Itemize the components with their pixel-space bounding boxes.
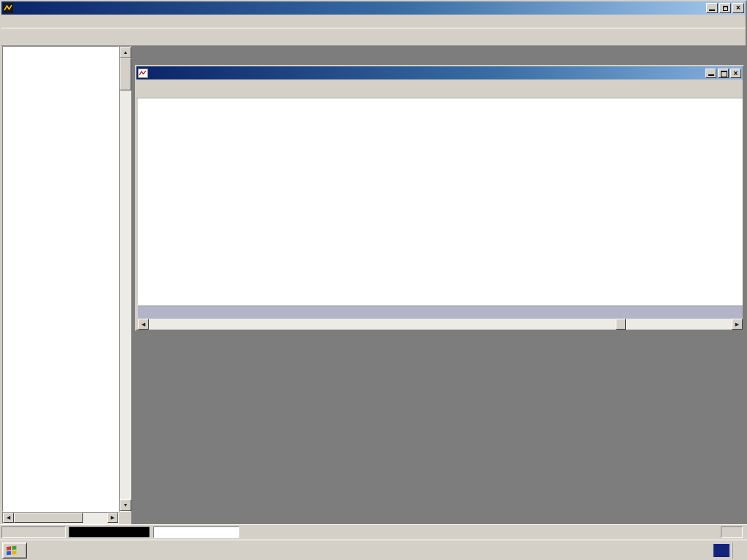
graph-toolbar [136,79,743,98]
language-indicator[interactable] [713,544,729,557]
graph-scroll-right-button[interactable]: ▶ [732,319,743,330]
graph-maximize-button[interactable] [718,69,729,78]
graph-scroll-left-button[interactable]: ◀ [138,319,149,330]
graph-plot-area[interactable] [138,98,743,306]
app-window: × ▲ ▼ ◀ ▶ [0,0,747,540]
graph-window-titlebar: × [136,66,743,79]
taskbar-right [713,542,745,559]
tree-horizontal-scrollbar[interactable]: ◀ ▶ [2,512,119,524]
scroll-right-button[interactable]: ▶ [107,513,118,523]
mdi-area: × ◀ ▶ [131,60,746,524]
desktop-tabs [131,46,746,60]
connection-status [1,526,66,538]
graph-window-icon [138,69,148,78]
minimize-button[interactable] [706,3,718,13]
scroll-left-button[interactable]: ◀ [3,513,14,523]
graph-hscroll-thumb[interactable] [616,319,626,330]
config-tree-panel: ▲ ▼ ◀ ▶ [1,46,131,524]
tree-vertical-scrollbar[interactable]: ▲ ▼ [119,46,131,512]
work-area: ▲ ▼ ◀ ▶ [1,46,746,524]
status-spare-cell [721,526,743,538]
taskbar [0,540,747,560]
start-button[interactable] [2,542,27,559]
right-pane: × ◀ ▶ [131,46,746,524]
windows-flag-icon [6,545,18,556]
scroll-down-button[interactable]: ▼ [120,499,131,511]
status-bar [0,524,747,540]
state-field [153,526,239,538]
tree-hscroll-thumb[interactable] [14,513,83,523]
graph-close-button[interactable]: × [730,69,741,78]
tree-vscroll-thumb[interactable] [120,58,131,90]
system-tray [732,542,742,559]
config-tree [2,46,119,512]
close-button[interactable]: × [732,3,744,13]
time-axis [138,306,743,319]
scroll-up-button[interactable]: ▲ [120,47,131,58]
menu-bar [1,15,746,28]
title-bar: × [1,1,746,15]
app-icon [3,3,13,13]
is-field [69,526,150,538]
graph-canvas[interactable] [138,98,743,306]
graph-log-window: × ◀ ▶ [135,65,744,331]
graph-minimize-button[interactable] [705,69,716,78]
main-toolbar [1,28,746,46]
graph-horizontal-scrollbar[interactable]: ◀ ▶ [138,319,743,330]
restore-button[interactable] [719,3,731,13]
